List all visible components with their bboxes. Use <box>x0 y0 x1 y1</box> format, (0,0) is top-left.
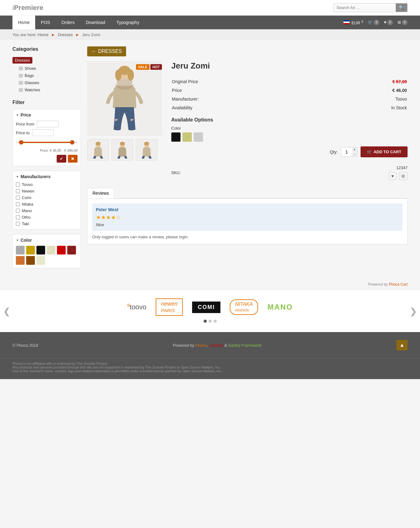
cat-glasses[interactable]: Glasses <box>19 79 81 86</box>
price-clear-button[interactable]: ✖ <box>68 155 78 163</box>
price-to-input[interactable] <box>32 129 54 136</box>
carousel-prev-button[interactable]: ❮ <box>3 306 10 316</box>
brand-toovo[interactable]: 8toovo <box>127 299 147 315</box>
mfr-nitaka-checkbox[interactable] <box>16 202 20 206</box>
folder-icon-bags <box>19 74 23 78</box>
nav-right: EUR 3 🛒3 ♥0 ⊞0 <box>343 20 408 25</box>
color-swatch-brown[interactable] <box>26 256 35 265</box>
thumbnail-row <box>87 139 162 161</box>
mfr-mano-checkbox[interactable] <box>16 209 20 213</box>
carousel-dot-1[interactable] <box>204 320 207 323</box>
footer-joomla-link[interactable]: Joomla! <box>209 343 224 348</box>
mfr-toovo-checkbox[interactable] <box>16 183 20 187</box>
mfr-taki[interactable]: Taki <box>16 221 78 226</box>
footer-gantry-link[interactable]: Gantry Framework <box>228 343 262 348</box>
manufacturers-filter-header[interactable]: ▼ Manufacturers <box>16 174 78 179</box>
footer-phoca-link[interactable]: Phoca <box>195 343 207 348</box>
search-button[interactable]: 🔍 <box>396 3 407 12</box>
breadcrumb-home[interactable]: Home <box>38 32 49 37</box>
manufacturer-label: Manufacturer: <box>172 95 320 103</box>
svg-point-5 <box>128 69 134 81</box>
carousel-next-button[interactable]: ❯ <box>410 306 417 316</box>
price-range-slider[interactable] <box>16 139 78 145</box>
brand-comi[interactable]: COMI <box>192 299 220 315</box>
add-to-cart-button[interactable]: 🛒 ADD TO CART <box>361 146 408 157</box>
color-swatch-orange[interactable] <box>16 256 25 265</box>
original-price-value: € 57,00 <box>320 78 407 86</box>
mfr-nitaka[interactable]: Nitaka <box>16 202 78 207</box>
mfr-otho[interactable]: Otho <box>16 215 78 220</box>
color-option-gray[interactable] <box>194 132 203 142</box>
compare-button[interactable]: ⊞ <box>399 172 408 180</box>
scroll-top-button[interactable]: ▲ <box>396 340 408 350</box>
nav-download[interactable]: Download <box>80 16 111 29</box>
review-item: Peter West ★★★★☆ Nice <box>92 203 403 231</box>
sku-row: SKU: 12347 ♥ ⊞ <box>171 162 408 180</box>
cat-dresses[interactable]: Dresses <box>12 56 81 65</box>
mfr-taki-checkbox[interactable] <box>16 222 20 226</box>
wishlist-icon-wrap[interactable]: ♥0 <box>384 20 393 25</box>
phoca-cart-link[interactable]: Phoca Cart <box>389 282 408 287</box>
color-swatch-gray[interactable] <box>16 246 25 254</box>
color-filter-header[interactable]: ▼ Color <box>16 238 78 243</box>
mfr-comi-checkbox[interactable] <box>16 196 20 200</box>
price-filter-header[interactable]: ▼ Price <box>16 112 78 117</box>
cart-icon-wrap[interactable]: 🛒3 <box>368 20 379 25</box>
cart-icon: 🛒 <box>367 150 372 154</box>
compare-icon-wrap[interactable]: ⊞0 <box>398 20 408 25</box>
color-swatch-black[interactable] <box>36 246 45 254</box>
brand-nitaka[interactable]: NITAKAFASHION <box>230 299 258 315</box>
color-swatch-red[interactable] <box>57 246 66 254</box>
mfr-otho-checkbox[interactable] <box>16 215 20 219</box>
nav-orders[interactable]: Orders <box>56 16 80 29</box>
cat-watches[interactable]: Watches <box>19 86 81 93</box>
qty-decrement-button[interactable]: - <box>352 152 357 156</box>
color-swatch-cream[interactable] <box>36 256 45 265</box>
thumb-img-3 <box>137 140 156 159</box>
color-option-black[interactable] <box>171 132 181 142</box>
thumb-img-1 <box>89 140 107 159</box>
filter-title: Filter <box>12 100 81 105</box>
qty-input[interactable]: 1 <box>341 148 352 156</box>
thumbnail-1[interactable] <box>87 139 109 161</box>
nav-pos[interactable]: POS <box>35 16 56 29</box>
wishlist-button[interactable]: ♥ <box>389 172 396 180</box>
back-to-dresses-button[interactable]: ← DRESSES <box>87 46 126 56</box>
range-fill <box>19 142 74 143</box>
brand-carousel: ❮ 8toovo newenPARIS COMI NITAKAFASHION M… <box>0 290 420 332</box>
qty-increment-button[interactable]: + <box>352 148 357 152</box>
mfr-mano[interactable]: Mano <box>16 208 78 213</box>
price-from-input[interactable] <box>37 121 59 127</box>
color-swatch-gold[interactable] <box>26 246 35 254</box>
mfr-toovo[interactable]: Toovo <box>16 182 78 187</box>
reviews-tab[interactable]: Reviews <box>87 188 114 198</box>
thumbnail-2[interactable] <box>111 139 133 161</box>
thumbnail-3[interactable] <box>136 139 158 161</box>
carousel-dot-3[interactable] <box>214 320 217 323</box>
price-apply-button[interactable]: ✔ <box>57 155 66 163</box>
mfr-comi[interactable]: Comi <box>16 195 78 200</box>
nav-home[interactable]: Home <box>12 16 35 29</box>
category-list: Dresses Shoes Bags Glasses Watches <box>12 56 81 93</box>
qty-label: Qty: <box>330 150 338 155</box>
main-product-image[interactable]: SALE HOT <box>87 61 162 136</box>
mfr-newen[interactable]: Newen <box>16 189 78 193</box>
brand-mano[interactable]: MANO <box>267 299 293 315</box>
range-handle-left[interactable] <box>19 140 23 145</box>
range-handle-right[interactable] <box>70 140 74 145</box>
price-from-label: Price from <box>16 122 34 126</box>
nav-typography[interactable]: Typography <box>111 16 145 29</box>
color-swatch-lightgreen[interactable] <box>47 246 55 254</box>
sku-label: SKU: <box>171 170 181 175</box>
color-option-yellow[interactable] <box>182 132 192 142</box>
breadcrumb-dresses[interactable]: Dresses <box>58 32 73 37</box>
search-input[interactable] <box>333 3 396 12</box>
carousel-dot-2[interactable] <box>209 320 212 323</box>
cat-shoes[interactable]: Shoes <box>19 65 81 72</box>
nav-bar: Home POS Orders Download Typography EUR … <box>0 16 420 29</box>
review-text: Nice <box>96 222 399 227</box>
cat-bags[interactable]: Bags <box>19 72 81 79</box>
brand-newen[interactable]: newenPARIS <box>156 299 183 315</box>
color-swatch-darkred[interactable] <box>67 246 76 254</box>
mfr-newen-checkbox[interactable] <box>16 189 20 193</box>
